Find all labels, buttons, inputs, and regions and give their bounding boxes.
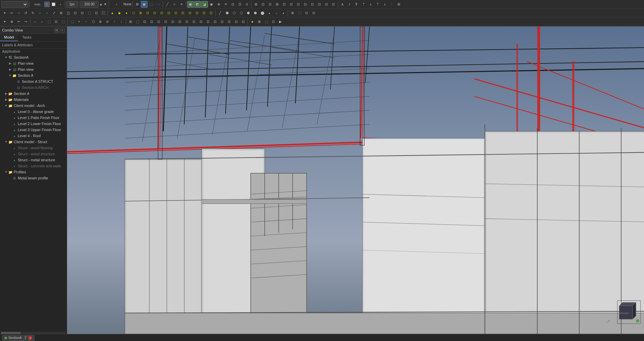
tb3-btn19[interactable]: ⬚: [134, 18, 141, 25]
arrow-root[interactable]: ▼: [4, 55, 8, 59]
extra-btn12[interactable]: ⊡: [330, 1, 337, 8]
nav-btn2[interactable]: ⊹: [171, 1, 178, 8]
viewport[interactable]: ↗ FRONT: [67, 26, 644, 334]
tb2-btn38[interactable]: ⬥: [266, 10, 273, 16]
tree-item-client-arch[interactable]: ▼ 📁 Client model - Arch: [0, 103, 67, 109]
tb3-btn3[interactable]: ↩: [15, 18, 22, 25]
tb3-btn35[interactable]: ■: [249, 18, 256, 25]
tb2-btn41[interactable]: ⊞: [289, 10, 296, 16]
tree-item-level2[interactable]: ⬥ Level 2 Lower Finish Floor: [0, 121, 67, 127]
mode-btn9[interactable]: ⊙: [244, 1, 250, 8]
arrow-client-struct[interactable]: ▼: [4, 140, 8, 144]
tb2-btn14[interactable]: ⊡: [93, 10, 100, 16]
tree-item-metal-beam[interactable]: ⊞ Metal beam profile: [0, 175, 67, 181]
tb2-btn32[interactable]: ⬟: [224, 10, 230, 16]
tb2-btn13[interactable]: ⬚: [86, 10, 93, 16]
tab-tasks[interactable]: Tasks: [18, 34, 36, 41]
tb3-btn2[interactable]: ⊕: [8, 18, 15, 25]
tb2-btn26[interactable]: ⊡: [179, 10, 186, 16]
zoom-down-btn[interactable]: ▼: [103, 1, 107, 8]
mode-btn7[interactable]: ⊡: [229, 1, 236, 8]
tree-item-plan1[interactable]: ▶ ▤ Plan view: [0, 60, 67, 66]
close-section-btn[interactable]: ×: [28, 336, 32, 340]
extra-btn7[interactable]: ⊡: [295, 1, 302, 8]
tb3-btn36[interactable]: ⊞: [256, 18, 263, 25]
tb2-btn34[interactable]: ⬡: [238, 10, 245, 16]
tb3-btn33[interactable]: ⊡: [233, 18, 239, 25]
tb2-btn1[interactable]: ✦: [1, 10, 8, 16]
tb2-btn12[interactable]: ⊡: [79, 10, 86, 16]
extra-btn9[interactable]: ⊡: [309, 1, 316, 8]
line-width-input[interactable]: 1px: [66, 1, 78, 8]
tb3-btn6[interactable]: ↔: [39, 18, 45, 25]
tb2-btn36[interactable]: ⬣: [252, 10, 259, 16]
tb3-btn37[interactable]: ⬚: [263, 18, 270, 25]
tb3-btn21[interactable]: ⊡: [148, 18, 155, 25]
tb2-btn22[interactable]: ⊡: [151, 10, 158, 16]
tb2-btn11[interactable]: ⊡: [72, 10, 78, 16]
extra-btn6[interactable]: ⊡: [288, 1, 294, 8]
tb3-btn14[interactable]: ⊕: [97, 18, 104, 25]
tb3-btn12[interactable]: −: [83, 18, 90, 25]
pin-btn[interactable]: ⊟: [54, 28, 59, 33]
no-filter-btn[interactable]: ●: [110, 1, 123, 8]
tb2-btn44[interactable]: ⊡: [310, 10, 317, 16]
arrow-plan2[interactable]: ▶: [8, 67, 12, 71]
tree-item-struct[interactable]: ⊞ Section A STRUCT: [0, 78, 67, 84]
tb3-btn24[interactable]: ⊡: [169, 18, 176, 25]
mode-btn8[interactable]: ⊡: [236, 1, 243, 8]
arrow-client-arch[interactable]: ▼: [4, 104, 8, 108]
tree-item-arch[interactable]: ⊡ Section A ARCH: [0, 84, 67, 91]
grid-btn[interactable]: ⊞: [134, 1, 141, 8]
nav-btn3[interactable]: ✕: [178, 1, 185, 8]
tb3-btn18[interactable]: ⊞: [127, 18, 134, 25]
close-panel-btn[interactable]: ×: [60, 28, 65, 33]
tab-model[interactable]: Model: [0, 34, 18, 41]
tb3-btn11[interactable]: +: [76, 18, 83, 25]
tb2-btn19[interactable]: ⬡: [130, 10, 137, 16]
tb3-btn31[interactable]: ⊡: [219, 18, 225, 25]
tree-container[interactable]: ▼ 🏗 SectionA ▶ ▤ Plan view ▶ ▤ Plan view: [0, 54, 67, 331]
tb2-btn37[interactable]: ⬤: [259, 10, 266, 16]
tree-item-client-struct[interactable]: ▼ 📁 Client model - Struct: [0, 139, 67, 145]
tb2-btn35[interactable]: ⬢: [245, 10, 252, 16]
tb2-btn25[interactable]: ⊡: [172, 10, 179, 16]
tb3-btn32[interactable]: ⊡: [226, 18, 232, 25]
align-btn8[interactable]: ⋮: [388, 1, 395, 8]
tb3-btn7[interactable]: ⬚: [46, 18, 52, 25]
tb3-btn10[interactable]: ⬚: [69, 18, 75, 25]
tb3-btn27[interactable]: ⊡: [191, 18, 197, 25]
tb2-btn28[interactable]: ⊡: [194, 10, 200, 16]
align-btn3[interactable]: 𝐓: [353, 1, 360, 8]
tb3-btn8[interactable]: ⊡: [53, 18, 59, 25]
tb3-btn15[interactable]: ⊖: [104, 18, 111, 25]
wireframe-btn[interactable]: ⬜: [50, 1, 57, 8]
tree-item-sectionA[interactable]: ▼ 📁 Section A: [0, 72, 67, 78]
zoom-up-btn[interactable]: ▲: [99, 1, 103, 8]
tb3-btn30[interactable]: ⊡: [212, 18, 218, 25]
tree-item-struct-metal[interactable]: ⬥ Struct - metal structure: [0, 157, 67, 163]
arrow-sectionA[interactable]: ▼: [8, 73, 12, 77]
tree-item-struct-concrete[interactable]: ⬥ Struct - concrete and walls: [0, 163, 67, 169]
tb2-btn40[interactable]: ⬧: [280, 10, 287, 16]
tb3-btn34[interactable]: ⊡: [240, 18, 247, 25]
tb2-btn30[interactable]: ⊡: [208, 10, 214, 16]
tb2-btn6[interactable]: ↔: [37, 10, 43, 16]
arrow-sectionA2[interactable]: ▶: [4, 92, 8, 96]
tree-item-plan2[interactable]: ▶ ▤ Plan view: [0, 66, 67, 72]
tb2-btn5[interactable]: ↻: [30, 10, 36, 16]
arrow-plan1[interactable]: ▶: [8, 61, 12, 65]
extra-btn11[interactable]: ⊡: [323, 1, 330, 8]
extra-btn5[interactable]: ⊡: [281, 1, 287, 8]
shaded-btn[interactable]: ▪: [57, 1, 64, 8]
tb3-btn16[interactable]: ↑: [111, 18, 118, 25]
tb3-btn13[interactable]: ⬡: [90, 18, 97, 25]
nav-cube[interactable]: FRONT: [617, 300, 641, 324]
view-btn2[interactable]: ⬚: [148, 1, 155, 8]
tb2-btn29[interactable]: ⊡: [201, 10, 207, 16]
mode-btn4[interactable]: ◉: [208, 1, 215, 8]
tb3-btn20[interactable]: ⊡: [141, 18, 148, 25]
tb3-btn25[interactable]: ⊡: [176, 18, 183, 25]
view-btn1[interactable]: ▣: [141, 1, 148, 8]
tb3-btn28[interactable]: ⊡: [198, 18, 204, 25]
